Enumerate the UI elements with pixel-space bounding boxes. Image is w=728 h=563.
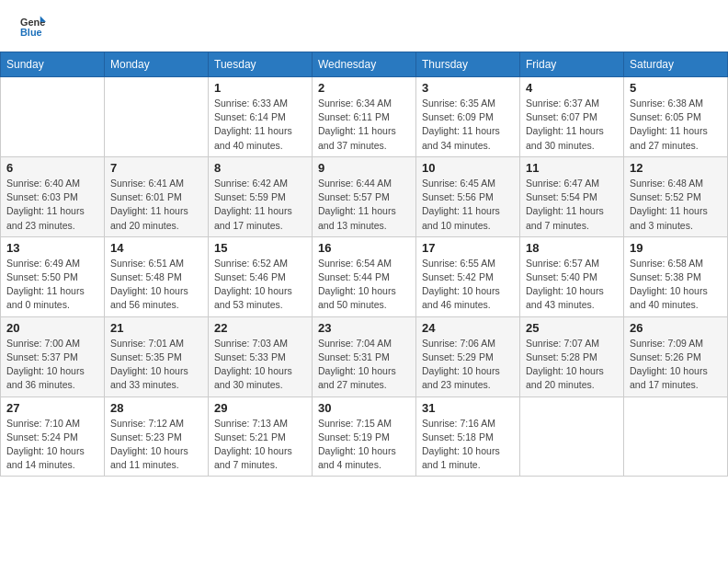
day-cell: 14Sunrise: 6:51 AMSunset: 5:48 PMDayligh… <box>105 236 209 316</box>
page: General Blue SundayMondayTuesdayWednesda… <box>0 0 728 563</box>
header: General Blue <box>0 0 728 52</box>
day-cell: 11Sunrise: 6:47 AMSunset: 5:54 PMDayligh… <box>520 156 624 236</box>
day-number: 26 <box>630 321 722 335</box>
day-cell: 13Sunrise: 6:49 AMSunset: 5:50 PMDayligh… <box>1 236 105 316</box>
day-cell: 24Sunrise: 7:06 AMSunset: 5:29 PMDayligh… <box>416 316 520 396</box>
day-cell: 18Sunrise: 6:57 AMSunset: 5:40 PMDayligh… <box>520 236 624 316</box>
day-info: Sunrise: 6:52 AMSunset: 5:46 PMDaylight:… <box>214 257 306 313</box>
day-cell <box>624 396 728 477</box>
header-cell-wednesday: Wednesday <box>313 52 416 77</box>
day-number: 6 <box>6 161 98 175</box>
day-cell: 21Sunrise: 7:01 AMSunset: 5:35 PMDayligh… <box>105 316 209 396</box>
day-info: Sunrise: 6:51 AMSunset: 5:48 PMDaylight:… <box>110 257 202 313</box>
week-row: 20Sunrise: 7:00 AMSunset: 5:37 PMDayligh… <box>1 316 728 396</box>
day-info: Sunrise: 6:54 AMSunset: 5:44 PMDaylight:… <box>318 257 410 313</box>
day-info: Sunrise: 6:33 AMSunset: 6:14 PMDaylight:… <box>214 97 306 153</box>
day-cell: 30Sunrise: 7:15 AMSunset: 5:19 PMDayligh… <box>313 396 416 477</box>
day-cell: 5Sunrise: 6:38 AMSunset: 6:05 PMDaylight… <box>624 77 728 157</box>
day-cell <box>105 77 209 157</box>
day-number: 18 <box>526 241 618 255</box>
day-number: 4 <box>526 81 618 95</box>
calendar-header: SundayMondayTuesdayWednesdayThursdayFrid… <box>1 52 728 77</box>
day-info: Sunrise: 6:35 AMSunset: 6:09 PMDaylight:… <box>422 97 514 153</box>
day-number: 10 <box>422 161 514 175</box>
day-cell: 31Sunrise: 7:16 AMSunset: 5:18 PMDayligh… <box>416 396 520 477</box>
day-number: 9 <box>318 161 410 175</box>
logo: General Blue <box>18 15 46 44</box>
day-cell: 29Sunrise: 7:13 AMSunset: 5:21 PMDayligh… <box>209 396 313 477</box>
day-number: 14 <box>110 241 202 255</box>
header-cell-friday: Friday <box>520 52 624 77</box>
day-info: Sunrise: 7:07 AMSunset: 5:28 PMDaylight:… <box>526 337 618 393</box>
day-number: 13 <box>6 241 98 255</box>
day-info: Sunrise: 6:37 AMSunset: 6:07 PMDaylight:… <box>526 97 618 153</box>
day-number: 29 <box>214 401 306 415</box>
day-cell: 22Sunrise: 7:03 AMSunset: 5:33 PMDayligh… <box>209 316 313 396</box>
day-number: 17 <box>422 241 514 255</box>
week-row: 27Sunrise: 7:10 AMSunset: 5:24 PMDayligh… <box>1 396 728 477</box>
day-number: 21 <box>110 321 202 335</box>
day-number: 3 <box>422 81 514 95</box>
day-info: Sunrise: 6:58 AMSunset: 5:38 PMDaylight:… <box>630 257 722 313</box>
day-cell: 17Sunrise: 6:55 AMSunset: 5:42 PMDayligh… <box>416 236 520 316</box>
header-row: SundayMondayTuesdayWednesdayThursdayFrid… <box>1 52 728 77</box>
day-info: Sunrise: 6:34 AMSunset: 6:11 PMDaylight:… <box>318 97 410 153</box>
day-cell: 3Sunrise: 6:35 AMSunset: 6:09 PMDaylight… <box>416 77 520 157</box>
day-cell: 1Sunrise: 6:33 AMSunset: 6:14 PMDaylight… <box>209 77 313 157</box>
day-cell: 28Sunrise: 7:12 AMSunset: 5:23 PMDayligh… <box>105 396 209 477</box>
day-number: 7 <box>110 161 202 175</box>
day-number: 30 <box>318 401 410 415</box>
day-info: Sunrise: 6:45 AMSunset: 5:56 PMDaylight:… <box>422 177 514 233</box>
day-cell: 4Sunrise: 6:37 AMSunset: 6:07 PMDaylight… <box>520 77 624 157</box>
day-number: 1 <box>214 81 306 95</box>
day-info: Sunrise: 7:15 AMSunset: 5:19 PMDaylight:… <box>318 417 410 473</box>
day-number: 31 <box>422 401 514 415</box>
day-number: 5 <box>630 81 722 95</box>
day-info: Sunrise: 6:48 AMSunset: 5:52 PMDaylight:… <box>630 177 722 233</box>
day-number: 8 <box>214 161 306 175</box>
day-info: Sunrise: 6:57 AMSunset: 5:40 PMDaylight:… <box>526 257 618 313</box>
header-cell-sunday: Sunday <box>1 52 105 77</box>
day-cell: 23Sunrise: 7:04 AMSunset: 5:31 PMDayligh… <box>313 316 416 396</box>
day-number: 27 <box>6 401 98 415</box>
day-number: 28 <box>110 401 202 415</box>
day-info: Sunrise: 6:41 AMSunset: 6:01 PMDaylight:… <box>110 177 202 233</box>
week-row: 1Sunrise: 6:33 AMSunset: 6:14 PMDaylight… <box>1 77 728 157</box>
day-number: 11 <box>526 161 618 175</box>
day-number: 2 <box>318 81 410 95</box>
day-number: 12 <box>630 161 722 175</box>
day-info: Sunrise: 7:04 AMSunset: 5:31 PMDaylight:… <box>318 337 410 393</box>
calendar-body: 1Sunrise: 6:33 AMSunset: 6:14 PMDaylight… <box>1 77 728 477</box>
logo-icon: General Blue <box>20 15 46 40</box>
header-cell-saturday: Saturday <box>624 52 728 77</box>
day-info: Sunrise: 7:12 AMSunset: 5:23 PMDaylight:… <box>110 417 202 473</box>
day-cell: 20Sunrise: 7:00 AMSunset: 5:37 PMDayligh… <box>1 316 105 396</box>
day-number: 15 <box>214 241 306 255</box>
day-cell: 2Sunrise: 6:34 AMSunset: 6:11 PMDaylight… <box>313 77 416 157</box>
day-cell: 19Sunrise: 6:58 AMSunset: 5:38 PMDayligh… <box>624 236 728 316</box>
day-info: Sunrise: 7:03 AMSunset: 5:33 PMDaylight:… <box>214 337 306 393</box>
day-cell: 12Sunrise: 6:48 AMSunset: 5:52 PMDayligh… <box>624 156 728 236</box>
day-info: Sunrise: 6:38 AMSunset: 6:05 PMDaylight:… <box>630 97 722 153</box>
day-info: Sunrise: 7:09 AMSunset: 5:26 PMDaylight:… <box>630 337 722 393</box>
day-info: Sunrise: 6:55 AMSunset: 5:42 PMDaylight:… <box>422 257 514 313</box>
day-info: Sunrise: 7:16 AMSunset: 5:18 PMDaylight:… <box>422 417 514 473</box>
header-cell-thursday: Thursday <box>416 52 520 77</box>
day-cell: 6Sunrise: 6:40 AMSunset: 6:03 PMDaylight… <box>1 156 105 236</box>
calendar-table: SundayMondayTuesdayWednesdayThursdayFrid… <box>0 52 728 477</box>
header-cell-tuesday: Tuesday <box>209 52 313 77</box>
day-info: Sunrise: 7:00 AMSunset: 5:37 PMDaylight:… <box>6 337 98 393</box>
day-cell: 25Sunrise: 7:07 AMSunset: 5:28 PMDayligh… <box>520 316 624 396</box>
day-cell <box>1 77 105 157</box>
day-cell: 16Sunrise: 6:54 AMSunset: 5:44 PMDayligh… <box>313 236 416 316</box>
day-cell: 26Sunrise: 7:09 AMSunset: 5:26 PMDayligh… <box>624 316 728 396</box>
day-info: Sunrise: 6:42 AMSunset: 5:59 PMDaylight:… <box>214 177 306 233</box>
day-cell: 27Sunrise: 7:10 AMSunset: 5:24 PMDayligh… <box>1 396 105 477</box>
day-cell <box>520 396 624 477</box>
day-cell: 10Sunrise: 6:45 AMSunset: 5:56 PMDayligh… <box>416 156 520 236</box>
day-number: 19 <box>630 241 722 255</box>
day-info: Sunrise: 7:01 AMSunset: 5:35 PMDaylight:… <box>110 337 202 393</box>
week-row: 6Sunrise: 6:40 AMSunset: 6:03 PMDaylight… <box>1 156 728 236</box>
day-info: Sunrise: 6:49 AMSunset: 5:50 PMDaylight:… <box>6 257 98 313</box>
day-number: 23 <box>318 321 410 335</box>
